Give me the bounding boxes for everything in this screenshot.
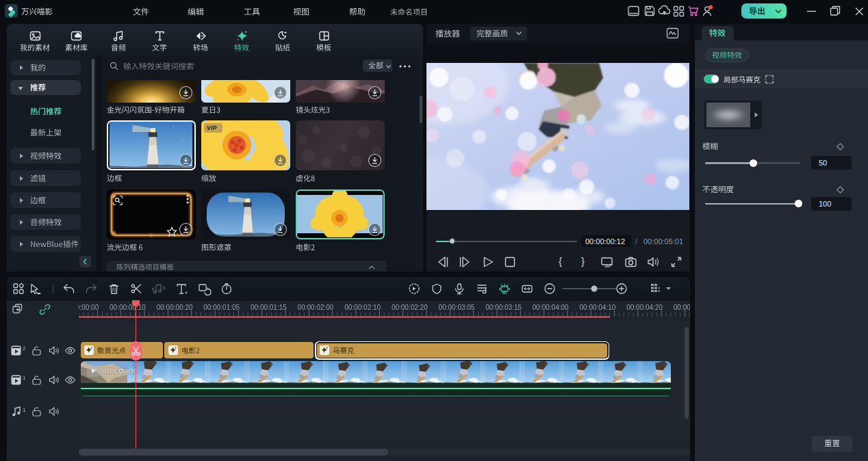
- svg-text:2: 2: [23, 345, 26, 352]
- svg-text:00:00:04:20: 00:00:04:20: [626, 304, 663, 311]
- svg-text:00:00:01:05: 00:00:01:05: [203, 304, 240, 311]
- svg-text:00:00:04:00: 00:00:04:00: [533, 304, 569, 311]
- svg-text:00:00:00:20: 00:00:00:20: [157, 304, 193, 311]
- svg-text:00:00:02:10: 00:00:02:10: [344, 304, 381, 311]
- svg-text:00:00:00:10: 00:00:00:10: [110, 304, 146, 311]
- svg-text:00:00:05:05: 00:00:05:05: [674, 304, 710, 311]
- svg-text:00:00:00:00: 00:00:00:00: [62, 304, 99, 311]
- svg-text:1: 1: [23, 375, 26, 381]
- svg-text:00:00:04:10: 00:00:04:10: [579, 304, 615, 311]
- svg-text:00:00:03:15: 00:00:03:15: [485, 304, 522, 311]
- svg-text:00:00:02:00: 00:00:02:00: [298, 304, 334, 311]
- svg-text:00:00:02:20: 00:00:02:20: [392, 304, 428, 311]
- svg-text:1: 1: [23, 407, 26, 413]
- svg-text:00:00:01:15: 00:00:01:15: [251, 304, 287, 311]
- svg-text:00:00:03:05: 00:00:03:05: [439, 304, 475, 311]
